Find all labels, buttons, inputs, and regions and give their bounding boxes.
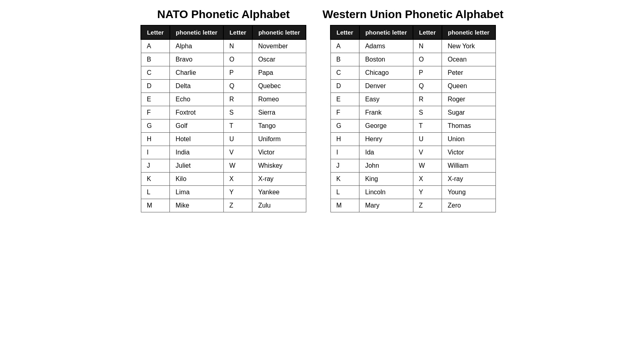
table-cell: U [413, 133, 442, 146]
western-col2-header: phonetic letter [359, 25, 413, 39]
nato-header-row: Letter phonetic letter Letter phonetic l… [141, 25, 306, 39]
nato-title: NATO Phonetic Alphabet [157, 8, 290, 21]
table-cell: New York [442, 39, 495, 53]
nato-col2-header: phonetic letter [170, 25, 223, 39]
table-cell: Boston [359, 53, 413, 66]
table-cell: Papa [252, 66, 306, 80]
table-cell: D [141, 80, 170, 93]
nato-table: Letter phonetic letter Letter phonetic l… [140, 25, 306, 212]
table-cell: Juliet [170, 159, 223, 173]
table-cell: November [252, 39, 306, 53]
table-cell: D [330, 80, 359, 93]
table-row: GGeorgeTThomas [330, 119, 495, 133]
table-cell: W [223, 159, 252, 173]
table-row: JJulietWWhiskey [141, 159, 306, 173]
table-cell: Zulu [252, 199, 306, 212]
table-row: BBostonOOcean [330, 53, 495, 66]
table-cell: Oscar [252, 53, 306, 66]
table-cell: Ocean [442, 53, 495, 66]
table-cell: Henry [359, 133, 413, 146]
table-cell: V [223, 146, 252, 159]
table-cell: A [141, 39, 170, 53]
table-cell: Hotel [170, 133, 223, 146]
table-cell: V [413, 146, 442, 159]
table-cell: H [141, 133, 170, 146]
table-cell: Ida [359, 146, 413, 159]
table-cell: P [223, 66, 252, 80]
table-row: MMikeZZulu [141, 199, 306, 212]
nato-col1-header: Letter [141, 25, 170, 39]
table-row: MMaryZZero [330, 199, 495, 212]
table-cell: H [330, 133, 359, 146]
table-cell: Alpha [170, 39, 223, 53]
table-row: JJohnWWilliam [330, 159, 495, 173]
table-cell: G [141, 119, 170, 133]
western-col1-header: Letter [330, 25, 359, 39]
table-cell: Y [413, 186, 442, 199]
table-row: HHotelUUniform [141, 133, 306, 146]
table-cell: Kilo [170, 173, 223, 186]
table-cell: Whiskey [252, 159, 306, 173]
table-cell: X [413, 173, 442, 186]
table-cell: E [141, 93, 170, 106]
table-cell: C [330, 66, 359, 80]
western-section: Western Union Phonetic Alphabet Letter p… [322, 8, 504, 212]
table-row: LLincolnYYoung [330, 186, 495, 199]
table-row: KKiloXX-ray [141, 173, 306, 186]
table-cell: X [223, 173, 252, 186]
western-title: Western Union Phonetic Alphabet [322, 8, 504, 21]
table-cell: Echo [170, 93, 223, 106]
table-row: LLimaYYankee [141, 186, 306, 199]
table-cell: K [330, 173, 359, 186]
table-cell: John [359, 159, 413, 173]
table-cell: L [141, 186, 170, 199]
table-cell: I [141, 146, 170, 159]
table-cell: T [223, 119, 252, 133]
table-row: AAlphaNNovember [141, 39, 306, 53]
table-cell: Sierra [252, 106, 306, 119]
table-cell: George [359, 119, 413, 133]
table-cell: Union [442, 133, 495, 146]
table-cell: Z [223, 199, 252, 212]
table-cell: B [141, 53, 170, 66]
table-cell: Frank [359, 106, 413, 119]
nato-section: NATO Phonetic Alphabet Letter phonetic l… [140, 8, 306, 212]
table-cell: William [442, 159, 495, 173]
table-cell: Charlie [170, 66, 223, 80]
table-cell: Denver [359, 80, 413, 93]
table-cell: S [223, 106, 252, 119]
table-cell: Young [442, 186, 495, 199]
table-cell: X-ray [442, 173, 495, 186]
table-cell: K [141, 173, 170, 186]
table-cell: King [359, 173, 413, 186]
table-cell: L [330, 186, 359, 199]
table-cell: Golf [170, 119, 223, 133]
table-cell: O [413, 53, 442, 66]
table-row: IIndiaVVictor [141, 146, 306, 159]
table-row: IIdaVVictor [330, 146, 495, 159]
nato-col3-header: Letter [223, 25, 252, 39]
western-table: Letter phonetic letter Letter phonetic l… [330, 25, 496, 212]
table-cell: Q [413, 80, 442, 93]
table-cell: M [330, 199, 359, 212]
table-cell: X-ray [252, 173, 306, 186]
table-cell: C [141, 66, 170, 80]
table-cell: N [413, 39, 442, 53]
table-row: KKingXX-ray [330, 173, 495, 186]
western-col4-header: phonetic letter [442, 25, 495, 39]
table-cell: Mary [359, 199, 413, 212]
table-cell: T [413, 119, 442, 133]
table-row: BBravoOOscar [141, 53, 306, 66]
table-cell: Zero [442, 199, 495, 212]
table-cell: F [330, 106, 359, 119]
table-cell: Sugar [442, 106, 495, 119]
table-row: EEchoRRomeo [141, 93, 306, 106]
table-cell: Chicago [359, 66, 413, 80]
table-cell: Quebec [252, 80, 306, 93]
table-cell: F [141, 106, 170, 119]
table-row: HHenryUUnion [330, 133, 495, 146]
table-cell: Z [413, 199, 442, 212]
table-cell: U [223, 133, 252, 146]
table-cell: S [413, 106, 442, 119]
western-col3-header: Letter [413, 25, 442, 39]
